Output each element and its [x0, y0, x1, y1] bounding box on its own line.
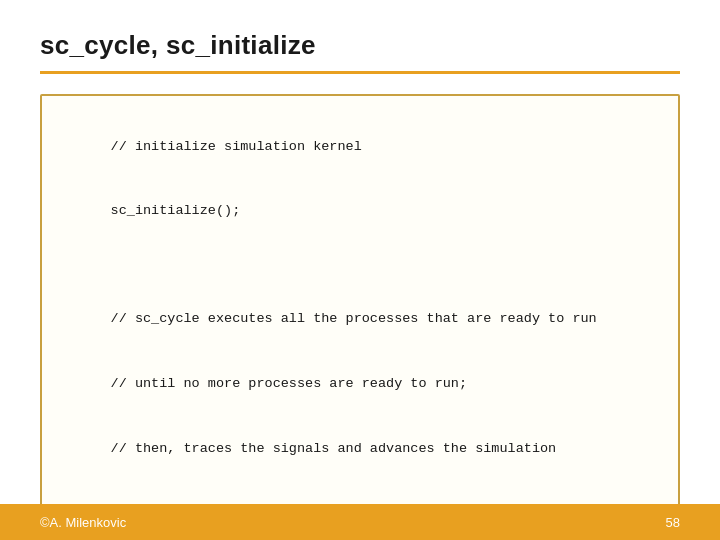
code-line-2: sc_initialize(); [111, 203, 241, 218]
code-line-3: // sc_cycle executes all the processes t… [111, 311, 597, 326]
code-box: // initialize simulation kernel sc_initi… [40, 94, 680, 540]
footer-copyright: ©A. Milenkovic [40, 515, 126, 530]
slide-title: sc_cycle, sc_initialize [40, 30, 680, 61]
code-line-5: // then, traces the signals and advances… [111, 441, 557, 456]
code-content: // initialize simulation kernel sc_initi… [62, 114, 658, 540]
footer-page-number: 58 [666, 515, 680, 530]
code-line-4: // until no more processes are ready to … [111, 376, 467, 391]
code-line-1: // initialize simulation kernel [111, 139, 362, 154]
slide-container: sc_cycle, sc_initialize // initialize si… [0, 0, 720, 540]
footer-bar: ©A. Milenkovic 58 [0, 504, 720, 540]
title-area: sc_cycle, sc_initialize [40, 30, 680, 74]
